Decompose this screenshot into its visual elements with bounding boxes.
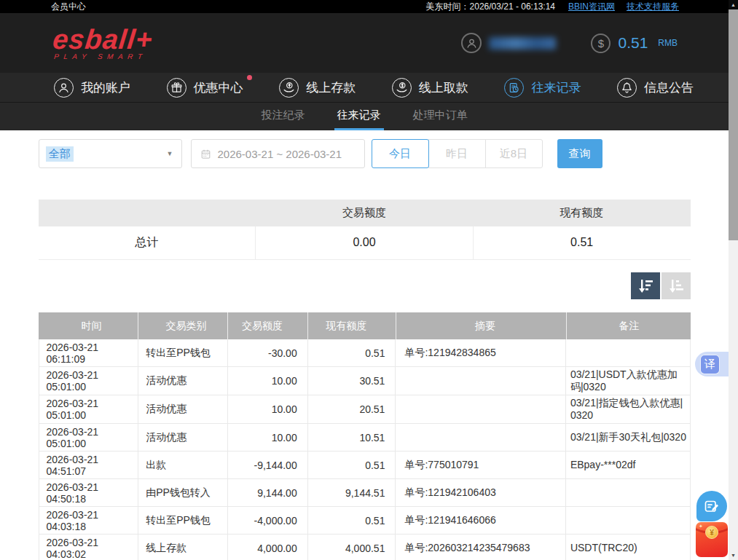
subtab-投注纪录[interactable]: 投注纪录 [259,103,308,130]
cell-remark: 03/21|新手30天礼包|0320 [566,424,690,451]
sub-nav: 投注纪录往来记录处理中订单 [0,103,729,130]
cell-remark: 03/21|指定钱包入款优惠|0320 [566,395,690,423]
cell-type: 转出至PP钱包 [138,507,228,534]
nav-item-信息公告[interactable]: 信息公告 [617,78,694,98]
quick-date-buttons: 今日昨日近8日 [372,139,543,168]
cell-time: 2026-03-21 04:03:02 [39,535,139,560]
nav-item-往来记录[interactable]: 往来记录 [504,78,581,98]
dollar-coin-icon: $ [591,33,611,53]
nav-item-label: 信息公告 [644,79,694,96]
topbar-link-1[interactable]: 技术支持服务 [627,1,679,13]
cell-summary: 单号:775010791 [396,451,565,478]
quick-button-今日[interactable]: 今日 [372,139,429,168]
nav-item-我的账户[interactable]: 我的账户 [54,78,130,98]
header-right: $ 0.51 RMB [461,33,678,53]
transactions-table: 时间交易类别交易额度现有额度摘要备注 2026-03-21 06:11:09转出… [39,312,691,560]
topbar-links: BBIN资讯网技术支持服务 [568,1,679,13]
logo-text: esball+ [52,26,154,52]
sort-ascending-button[interactable] [662,272,691,299]
sort-controls [39,272,691,299]
cell-type: 活动优惠 [138,395,228,423]
nav-item-线上存款[interactable]: 线上存款 [279,78,356,98]
gift-icon [167,78,187,98]
summary-total-row: 总计 0.00 0.51 [39,226,691,260]
member-center-link[interactable]: 会员中心 [51,1,86,13]
translate-icon: 译 [700,355,720,374]
account-widget[interactable] [461,33,556,53]
cell-amount: 4,000.00 [228,535,308,560]
cell-amount: -4,000.00 [228,507,308,534]
scroll-up-arrow[interactable]: ▲ [729,0,738,9]
cell-remark: USDT(TRC20) [566,535,690,560]
feedback-edit-button[interactable] [696,491,727,521]
cell-remark: EBpay-***02df [566,451,690,478]
cell-amount: 10.00 [228,424,308,451]
summary-header-row: 交易额度 现有额度 [39,200,691,226]
sort-descending-button[interactable] [631,272,660,299]
column-header-备注: 备注 [567,312,691,339]
date-range-value: 2026-03-21 ~ 2026-03-21 [218,148,342,160]
clipboard-clock-icon [504,78,524,98]
cell-type: 活动优惠 [138,367,228,395]
cell-summary [396,367,565,395]
table-row: 2026-03-21 05:01:00活动优惠10.0030.5103/21|U… [39,367,691,395]
transactions-header-row: 时间交易类别交易额度现有额度摘要备注 [39,312,691,339]
quick-button-近8日[interactable]: 近8日 [485,139,543,168]
cell-time: 2026-03-21 04:51:07 [39,451,139,478]
summary-transaction-amount: 0.00 [256,226,474,259]
date-range-input[interactable]: 2026-03-21 ~ 2026-03-21 [191,139,365,168]
column-header-现有额度: 现有额度 [308,312,396,339]
scroll-down-arrow[interactable]: ▼ [729,551,738,560]
cell-amount: 10.00 [228,395,308,423]
hand-coin-withdraw-icon [392,78,412,98]
cell-time: 2026-03-21 05:01:00 [39,367,139,395]
page: 会员中心 美东时间：2026/03/21 - 06:13:14 BBIN资讯网技… [0,0,729,560]
type-dropdown-value: 全部 [46,146,74,162]
column-header-交易额度: 交易额度 [228,312,308,339]
subtab-往来记录[interactable]: 往来记录 [334,103,384,130]
cell-balance: 4,000.51 [308,535,396,560]
cell-time: 2026-03-21 04:50:18 [39,479,139,506]
table-row: 2026-03-21 04:03:18转出至PP钱包-4,000.000.51单… [39,507,691,535]
hand-coin-deposit-icon [279,78,299,98]
transactions-body: 2026-03-21 06:11:09转出至PP钱包-30.000.51单号:1… [39,339,691,560]
cell-remark [566,479,690,506]
server-time: 美东时间：2026/03/21 - 06:13:14 [426,1,555,13]
nav-item-优惠中心[interactable]: 优惠中心 [167,78,243,98]
cell-type: 由PP钱包转入 [138,479,228,506]
cell-type: 线上存款 [138,535,228,560]
sort-descending-icon [637,278,654,294]
subtab-处理中订单[interactable]: 处理中订单 [410,103,471,130]
balance-amount: 0.51 [618,34,648,52]
translate-widget[interactable]: 译 [695,352,729,376]
search-button[interactable]: 查询 [557,139,602,168]
cell-type: 转出至PP钱包 [138,339,228,366]
cell-time: 2026-03-21 05:01:00 [39,395,139,423]
nav-item-label: 我的账户 [81,79,130,96]
quick-button-昨日[interactable]: 昨日 [428,139,486,168]
topbar-link-0[interactable]: BBIN资讯网 [568,1,615,13]
esball-logo[interactable]: esball+ PLAY SMART [51,26,154,60]
cell-summary [396,395,565,423]
user-icon [54,78,74,98]
table-row: 2026-03-21 04:51:07出款-9,144.000.51单号:775… [39,451,691,479]
scrollbar-thumb[interactable] [729,9,738,240]
cell-remark: 03/21|USDT入款优惠加码|0320 [566,367,690,395]
cell-balance: 10.51 [308,424,396,451]
type-dropdown[interactable]: 全部 ▼ [39,139,182,168]
nav-item-线上取款[interactable]: 线上取款 [392,78,468,98]
cell-summary [396,424,565,451]
calendar-icon [200,149,211,159]
cell-summary: 单号:121942834865 [396,339,565,366]
cell-balance: 9,144.51 [308,479,396,506]
sort-ascending-icon [667,278,685,294]
cell-type: 出款 [138,451,228,478]
table-row: 2026-03-21 06:11:09转出至PP钱包-30.000.51单号:1… [39,339,691,367]
username-blurred [489,37,556,50]
table-row: 2026-03-21 04:50:18由PP钱包转入9,144.009,144.… [39,479,691,507]
red-envelope-button[interactable]: ¥ ✦ [696,522,728,557]
table-row: 2026-03-21 05:01:00活动优惠10.0010.5103/21|新… [39,424,691,451]
balance-widget[interactable]: $ 0.51 RMB [591,33,678,53]
summary-current-balance: 0.51 [474,226,691,259]
column-header-摘要: 摘要 [396,312,567,339]
